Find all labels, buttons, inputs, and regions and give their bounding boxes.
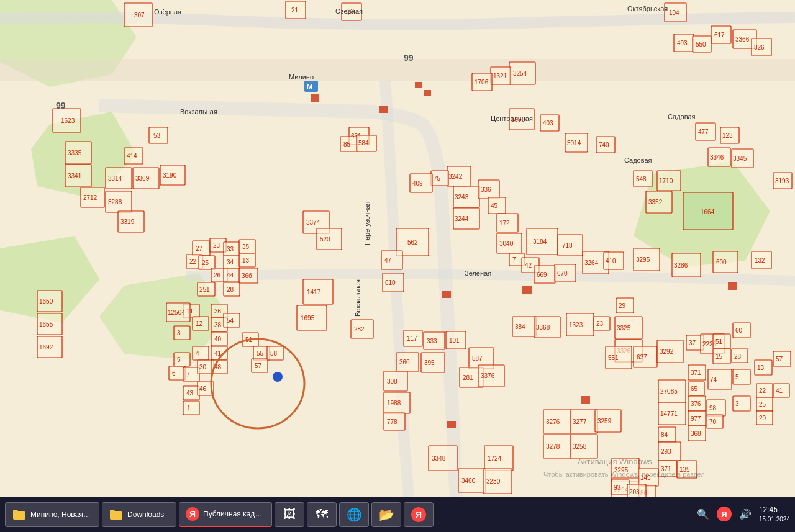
svg-text:371: 371 <box>691 369 701 376</box>
svg-text:27: 27 <box>196 245 203 252</box>
svg-text:669: 669 <box>537 271 547 278</box>
svg-text:15: 15 <box>716 353 723 360</box>
svg-text:38: 38 <box>214 322 222 328</box>
svg-text:409: 409 <box>412 180 423 187</box>
svg-text:29: 29 <box>619 302 626 309</box>
svg-text:403: 403 <box>543 120 553 127</box>
svg-text:53: 53 <box>153 132 161 139</box>
svg-text:7: 7 <box>186 371 190 378</box>
svg-text:3040: 3040 <box>499 240 514 247</box>
svg-text:3319: 3319 <box>120 219 135 225</box>
svg-rect-342 <box>442 291 451 298</box>
svg-text:308: 308 <box>387 378 398 385</box>
svg-text:3335: 3335 <box>68 150 82 156</box>
taskbar-item-yandex-map[interactable]: Я Публичная кадаст... <box>179 502 272 527</box>
svg-rect-177 <box>174 353 190 366</box>
svg-text:3352: 3352 <box>648 199 663 205</box>
taskbar-item-maps[interactable]: 🗺 <box>307 502 337 527</box>
svg-text:Октябрьская: Октябрьская <box>627 5 668 12</box>
svg-text:410: 410 <box>606 258 616 264</box>
svg-text:104: 104 <box>669 9 679 16</box>
yandex-app-icon: Я <box>411 507 426 522</box>
svg-text:617: 617 <box>714 32 725 38</box>
folder-icon-1 <box>12 507 27 522</box>
svg-text:101: 101 <box>449 337 460 344</box>
svg-text:22: 22 <box>189 258 197 265</box>
taskbar: Минино, Новая 11... Downloads Я Публична… <box>0 497 795 532</box>
svg-text:13: 13 <box>757 364 765 371</box>
search-taskbar-icon[interactable]: 🔍 <box>694 505 712 523</box>
svg-text:520: 520 <box>320 236 330 243</box>
svg-text:3: 3 <box>735 400 739 407</box>
taskbar-item-edge[interactable]: 🌐 <box>339 502 369 527</box>
taskbar-item-photos[interactable]: 🖼 <box>275 502 304 527</box>
svg-text:25: 25 <box>759 401 766 408</box>
svg-text:3460: 3460 <box>461 477 476 484</box>
svg-text:551: 551 <box>608 354 619 361</box>
svg-text:21: 21 <box>291 7 299 14</box>
svg-text:М: М <box>307 83 312 90</box>
svg-text:3341: 3341 <box>68 173 82 179</box>
svg-text:1664: 1664 <box>701 209 715 215</box>
svg-text:55: 55 <box>257 350 264 357</box>
svg-text:99: 99 <box>56 101 66 110</box>
svg-text:587: 587 <box>472 355 483 362</box>
svg-text:45: 45 <box>491 202 498 209</box>
svg-text:3288: 3288 <box>108 199 122 205</box>
svg-rect-181 <box>183 367 199 381</box>
svg-text:548: 548 <box>636 176 647 183</box>
taskbar-label-folder1: Минино, Новая 11... <box>30 510 93 519</box>
svg-text:4: 4 <box>196 350 199 357</box>
svg-text:550: 550 <box>696 41 706 48</box>
svg-text:3366: 3366 <box>735 36 750 43</box>
svg-text:584: 584 <box>358 140 369 147</box>
svg-text:1323: 1323 <box>569 322 583 328</box>
svg-text:740: 740 <box>599 142 609 148</box>
svg-text:Садовая: Садовая <box>624 156 652 164</box>
svg-text:98: 98 <box>709 405 717 412</box>
svg-text:65: 65 <box>691 385 698 392</box>
svg-text:336: 336 <box>481 186 491 193</box>
svg-text:36б: 36б <box>242 273 252 279</box>
svg-text:28: 28 <box>227 286 234 293</box>
svg-text:1650: 1650 <box>39 298 53 305</box>
svg-text:47: 47 <box>384 257 392 264</box>
svg-point-347 <box>273 372 283 382</box>
svg-text:35: 35 <box>242 243 250 250</box>
svg-text:778: 778 <box>387 418 398 425</box>
taskbar-item-yandex-app[interactable]: Я <box>404 502 434 527</box>
svg-text:58: 58 <box>270 350 278 357</box>
svg-text:46: 46 <box>199 385 207 392</box>
svg-text:251: 251 <box>199 286 210 293</box>
taskbar-label-downloads: Downloads <box>127 510 164 519</box>
svg-text:41: 41 <box>776 387 783 394</box>
svg-text:1623: 1623 <box>61 117 75 124</box>
svg-text:54: 54 <box>227 317 234 324</box>
svg-text:30: 30 <box>199 364 207 371</box>
svg-text:376: 376 <box>691 400 701 407</box>
svg-text:70: 70 <box>709 418 717 425</box>
svg-text:3278: 3278 <box>546 443 560 450</box>
photos-icon: 🖼 <box>282 507 297 522</box>
svg-text:1655: 1655 <box>39 321 53 328</box>
svg-text:5: 5 <box>735 374 739 381</box>
taskbar-item-downloads[interactable]: Downloads <box>102 502 176 527</box>
yandex-tray-icon[interactable]: Я <box>717 507 732 521</box>
svg-text:3348: 3348 <box>432 455 446 462</box>
svg-rect-345 <box>728 282 737 290</box>
svg-text:23: 23 <box>213 242 220 249</box>
taskbar-item-files[interactable]: 📂 <box>371 502 401 527</box>
svg-text:670: 670 <box>557 270 568 277</box>
svg-text:3242: 3242 <box>448 173 463 180</box>
svg-text:36: 36 <box>214 308 222 315</box>
svg-rect-173 <box>174 326 190 340</box>
svg-text:26: 26 <box>214 272 221 279</box>
svg-text:7: 7 <box>512 256 516 263</box>
files-icon: 📂 <box>379 507 394 522</box>
svg-text:23: 23 <box>596 320 604 327</box>
volume-icon[interactable]: 🔊 <box>737 505 754 523</box>
svg-text:Активация Windows: Активация Windows <box>578 457 652 466</box>
svg-text:5014: 5014 <box>567 140 581 147</box>
taskbar-item-folder1[interactable]: Минино, Новая 11... <box>5 502 99 527</box>
svg-text:3314: 3314 <box>108 175 122 182</box>
